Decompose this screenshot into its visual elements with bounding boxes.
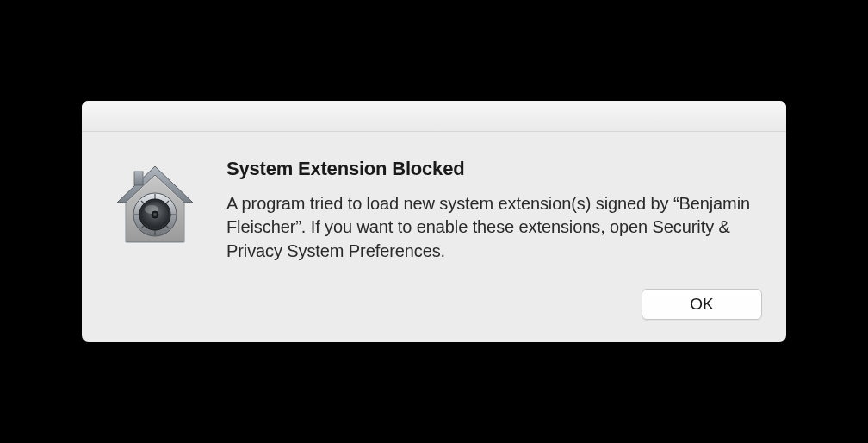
dialog-message: A program tried to load new system exten… (226, 192, 760, 264)
dialog-footer: OK (82, 280, 786, 342)
svg-point-14 (153, 213, 157, 216)
dialog-icon-container (108, 156, 202, 256)
security-house-icon (108, 159, 202, 256)
dialog-titlebar (82, 101, 786, 132)
dialog-title: System Extension Blocked (226, 158, 760, 180)
dialog-body: System Extension Blocked A program tried… (82, 132, 786, 281)
svg-rect-0 (134, 172, 143, 185)
dialog-message-area: System Extension Blocked A program tried… (226, 156, 760, 264)
ok-button[interactable]: OK (642, 289, 762, 320)
system-dialog: System Extension Blocked A program tried… (82, 101, 786, 343)
